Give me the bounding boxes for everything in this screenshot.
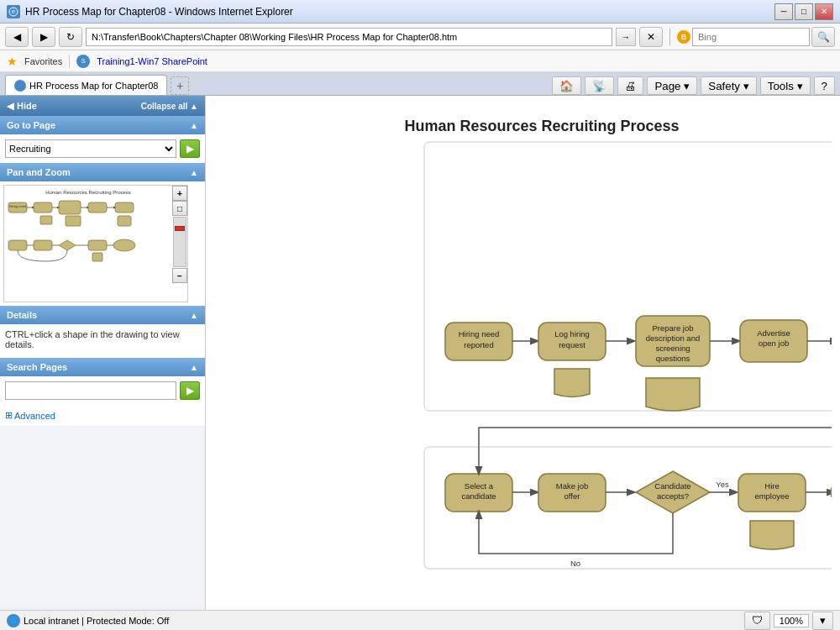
goto-go-button[interactable]: ▶	[180, 139, 200, 158]
zoom-in-button[interactable]: +	[172, 186, 187, 201]
zoom-slider-thumb	[175, 226, 185, 231]
pan-zoom-section-header[interactable]: Pan and Zoom ▲	[0, 163, 205, 181]
maximize-button[interactable]: □	[795, 3, 813, 20]
safety-menu-button[interactable]: Safety ▾	[701, 76, 757, 95]
panel-header: ◀ Hide Collapse all ▲	[0, 96, 205, 116]
current-tab[interactable]: HR Process Map for Chapter08	[5, 75, 167, 95]
svg-text:Hiring need: Hiring need	[459, 329, 500, 339]
goto-page-controls: Recruiting ▶	[5, 139, 200, 158]
goto-page-arrow-icon: ▲	[190, 121, 198, 130]
feeds-button[interactable]: 📡	[585, 76, 614, 95]
svg-text:Advertise: Advertise	[757, 328, 790, 338]
svg-text:e: e	[12, 8, 16, 15]
window-controls[interactable]: ─ □ ✕	[774, 3, 833, 20]
print-button[interactable]: 🖨	[617, 76, 643, 95]
page-menu-button[interactable]: Page ▾	[647, 76, 697, 95]
tab-bar: HR Process Map for Chapter08 + 🏠 📡 🖨 Pag…	[0, 72, 840, 96]
ie-icon: e	[7, 5, 20, 18]
content-area: Human Resources Recruiting Process Hirin…	[206, 96, 840, 610]
help-button[interactable]: ?	[814, 76, 835, 95]
svg-text:Prepare job: Prepare job	[652, 323, 693, 333]
svg-text:candidate: candidate	[461, 491, 496, 501]
search-button[interactable]: 🔍	[811, 27, 835, 47]
status-left: 🌐 Local intranet | Protected Mode: Off	[7, 614, 738, 627]
svg-rect-6	[59, 201, 81, 214]
svg-text:Hiring need: Hiring need	[9, 204, 26, 208]
forward-button[interactable]: ▶	[32, 27, 55, 47]
svg-text:No: No	[570, 559, 580, 568]
svg-text:offer: offer	[564, 491, 580, 501]
page-toolbar: 🏠 📡 🖨 Page ▾ Safety ▾ Tools ▾ ?	[552, 76, 835, 95]
sharepoint-icon: S	[76, 55, 90, 68]
search-pages-label: Search Pages	[7, 362, 67, 372]
svg-text:Candidate: Candidate	[654, 481, 690, 491]
search-pages-content: ▶	[0, 376, 205, 405]
address-input[interactable]	[86, 28, 612, 46]
zoom-controls: + □ −	[172, 186, 187, 283]
intranet-icon: 🌐	[7, 614, 20, 627]
svg-text:Make job: Make job	[556, 481, 589, 491]
bing-icon: B	[677, 30, 690, 44]
search-pages-arrow-icon: ▲	[190, 363, 198, 372]
advanced-plus-icon: ⊞	[5, 410, 13, 421]
status-text: Local intranet | Protected Mode: Off	[24, 616, 169, 626]
search-input[interactable]	[692, 28, 810, 46]
svg-rect-26	[424, 142, 832, 411]
svg-rect-19	[88, 240, 107, 250]
refresh-button[interactable]: ↻	[59, 27, 82, 47]
tab-favicon	[14, 80, 26, 92]
new-tab-button[interactable]: +	[171, 76, 189, 95]
tab-title: HR Process Map for Chapter08	[29, 81, 158, 91]
home-button[interactable]: 🏠	[552, 76, 581, 95]
stop-button[interactable]: ✕	[639, 27, 663, 47]
svg-text:employee: employee	[754, 491, 789, 501]
collapse-all-button[interactable]: Collapse all ▲	[141, 102, 198, 111]
details-arrow-icon: ▲	[190, 311, 198, 320]
hide-panel-button[interactable]: ◀ Hide	[7, 101, 37, 112]
pan-zoom-content: Human Resources Recruiting Process Hirin…	[0, 181, 205, 306]
favorites-label: Favorites	[24, 56, 62, 66]
page-select[interactable]: Recruiting	[5, 139, 176, 158]
svg-text:request: request	[559, 340, 585, 349]
search-pages-input[interactable]	[5, 381, 176, 400]
svg-rect-25	[92, 253, 102, 261]
zoom-slider[interactable]	[173, 217, 186, 267]
thumbnail[interactable]: Human Resources Recruiting Process Hirin…	[3, 185, 188, 302]
zoom-dropdown-button[interactable]: ▾	[812, 612, 833, 630]
title-bar: e HR Process Map for Chapter08 - Windows…	[0, 0, 840, 24]
window-title: HR Process Map for Chapter08 - Windows I…	[25, 6, 769, 18]
zoom-reset-button[interactable]: □	[172, 201, 187, 216]
svg-text:Human Resources Recruiting Pro: Human Resources Recruiting Process	[45, 190, 131, 195]
close-button[interactable]: ✕	[815, 3, 833, 20]
details-text: CTRL+click a shape in the drawing to vie…	[5, 329, 180, 349]
svg-text:screening: screening	[655, 344, 690, 353]
svg-text:Select a: Select a	[465, 481, 494, 491]
tools-menu-button[interactable]: Tools ▾	[760, 76, 811, 95]
address-go-button[interactable]: →	[616, 28, 636, 46]
svg-text:description and: description and	[646, 333, 700, 343]
search-go-button[interactable]: ▶	[180, 381, 200, 400]
search-pages-section-header[interactable]: Search Pages ▲	[0, 358, 205, 376]
svg-rect-15	[118, 216, 131, 226]
node-prepare-doc	[646, 378, 700, 411]
back-button[interactable]: ◀	[5, 27, 29, 47]
favorites-star-icon: ★	[7, 55, 18, 68]
svg-rect-5	[34, 202, 52, 213]
left-panel: ◀ Hide Collapse all ▲ Go to Page ▲ Recru…	[0, 96, 206, 610]
svg-text:reported: reported	[464, 340, 493, 349]
pan-zoom-arrow-icon: ▲	[190, 168, 198, 177]
svg-rect-7	[88, 202, 107, 213]
zoom-out-button[interactable]: −	[172, 268, 187, 283]
advanced-link[interactable]: ⊞ Advanced	[5, 410, 200, 421]
svg-text:Log hiring: Log hiring	[554, 329, 590, 339]
protected-mode-button[interactable]: 🛡	[744, 612, 770, 630]
minimize-button[interactable]: ─	[774, 3, 793, 20]
goto-page-section-header[interactable]: Go to Page ▲	[0, 116, 205, 134]
details-label: Details	[7, 310, 37, 320]
node-log-doc	[554, 369, 590, 397]
details-section-header[interactable]: Details ▲	[0, 306, 205, 324]
svg-point-20	[113, 239, 135, 251]
goto-page-content: Recruiting ▶	[0, 134, 205, 163]
hide-label: Hide	[17, 101, 37, 111]
favorites-link-sharepoint[interactable]: Training1-Win7 SharePoint	[97, 56, 207, 66]
